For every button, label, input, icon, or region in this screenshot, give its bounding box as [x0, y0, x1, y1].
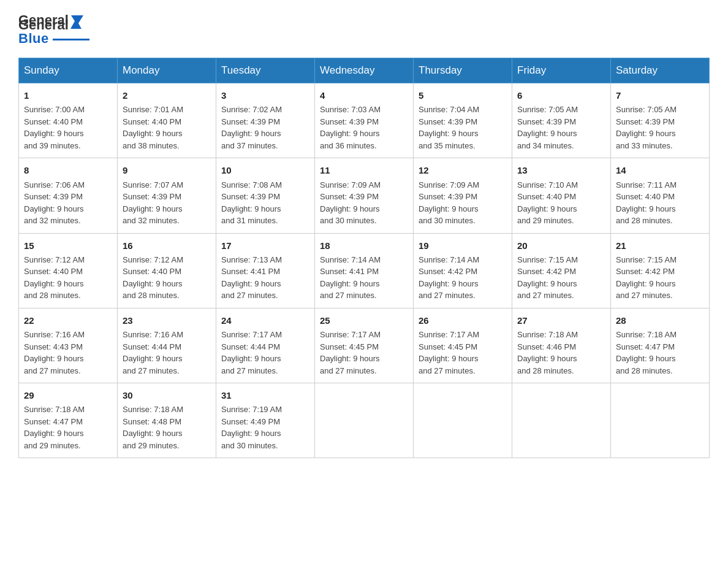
calendar-day-cell: 18Sunrise: 7:14 AMSunset: 4:41 PMDayligh…: [315, 233, 414, 308]
column-header-wednesday: Wednesday: [315, 58, 414, 83]
day-number: 8: [24, 163, 112, 177]
calendar-table: SundayMondayTuesdayWednesdayThursdayFrid…: [18, 58, 710, 458]
day-info: Sunrise: 7:19 AMSunset: 4:49 PMDaylight:…: [221, 404, 309, 451]
calendar-day-cell: 11Sunrise: 7:09 AMSunset: 4:39 PMDayligh…: [315, 158, 414, 233]
calendar-day-cell: [315, 383, 414, 458]
calendar-day-cell: 10Sunrise: 7:08 AMSunset: 4:39 PMDayligh…: [216, 158, 315, 233]
day-info: Sunrise: 7:17 AMSunset: 4:45 PMDaylight:…: [320, 329, 408, 377]
day-info: Sunrise: 7:03 AMSunset: 4:39 PMDaylight:…: [320, 104, 408, 151]
calendar-day-cell: 17Sunrise: 7:13 AMSunset: 4:41 PMDayligh…: [216, 233, 315, 308]
calendar-day-cell: 12Sunrise: 7:09 AMSunset: 4:39 PMDayligh…: [414, 158, 512, 233]
column-header-tuesday: Tuesday: [216, 58, 315, 83]
day-info: Sunrise: 7:10 AMSunset: 4:40 PMDaylight:…: [517, 179, 605, 227]
calendar-day-cell: 24Sunrise: 7:17 AMSunset: 4:44 PMDayligh…: [216, 308, 315, 383]
day-number: 28: [616, 313, 704, 327]
logo-triangle-icon: [70, 19, 82, 31]
day-number: 31: [221, 388, 309, 402]
day-number: 27: [517, 313, 605, 327]
calendar-day-cell: 1Sunrise: 7:00 AMSunset: 4:40 PMDaylight…: [19, 83, 118, 158]
day-info: Sunrise: 7:17 AMSunset: 4:45 PMDaylight:…: [419, 329, 507, 377]
calendar-day-cell: 21Sunrise: 7:15 AMSunset: 4:42 PMDayligh…: [611, 233, 710, 308]
calendar-day-cell: [611, 383, 710, 458]
day-info: Sunrise: 7:06 AMSunset: 4:39 PMDaylight:…: [24, 179, 112, 227]
day-number: 7: [616, 88, 704, 102]
calendar-day-cell: 19Sunrise: 7:14 AMSunset: 4:42 PMDayligh…: [414, 233, 512, 308]
column-header-monday: Monday: [118, 58, 216, 83]
day-number: 3: [221, 88, 309, 102]
day-info: Sunrise: 7:15 AMSunset: 4:42 PMDaylight:…: [517, 254, 605, 302]
day-number: 21: [616, 239, 704, 253]
column-header-friday: Friday: [512, 58, 611, 83]
calendar-day-cell: 25Sunrise: 7:17 AMSunset: 4:45 PMDayligh…: [315, 308, 414, 383]
calendar-day-cell: [414, 383, 512, 458]
calendar-day-cell: 2Sunrise: 7:01 AMSunset: 4:40 PMDaylight…: [118, 83, 216, 158]
day-info: Sunrise: 7:18 AMSunset: 4:48 PMDaylight:…: [123, 404, 211, 451]
column-header-thursday: Thursday: [414, 58, 512, 83]
day-number: 11: [320, 163, 408, 177]
calendar-week-row: 8Sunrise: 7:06 AMSunset: 4:39 PMDaylight…: [19, 158, 710, 233]
day-info: Sunrise: 7:14 AMSunset: 4:41 PMDaylight:…: [320, 254, 408, 302]
day-info: Sunrise: 7:15 AMSunset: 4:42 PMDaylight:…: [616, 254, 704, 302]
day-number: 5: [419, 88, 507, 102]
logo-blue-word: Blue: [18, 31, 49, 47]
day-number: 15: [24, 239, 112, 253]
calendar-day-cell: 3Sunrise: 7:02 AMSunset: 4:39 PMDaylight…: [216, 83, 315, 158]
day-number: 18: [320, 239, 408, 253]
column-header-saturday: Saturday: [611, 58, 710, 83]
day-number: 24: [221, 313, 309, 327]
day-info: Sunrise: 7:16 AMSunset: 4:43 PMDaylight:…: [24, 329, 112, 377]
calendar-day-cell: 26Sunrise: 7:17 AMSunset: 4:45 PMDayligh…: [414, 308, 512, 383]
calendar-day-cell: 28Sunrise: 7:18 AMSunset: 4:47 PMDayligh…: [611, 308, 710, 383]
calendar-day-cell: 14Sunrise: 7:11 AMSunset: 4:40 PMDayligh…: [611, 158, 710, 233]
day-number: 1: [24, 88, 112, 102]
day-info: Sunrise: 7:11 AMSunset: 4:40 PMDaylight:…: [616, 179, 704, 227]
day-info: Sunrise: 7:09 AMSunset: 4:39 PMDaylight:…: [320, 179, 408, 227]
svg-marker-0: [70, 19, 82, 29]
calendar-day-cell: 9Sunrise: 7:07 AMSunset: 4:39 PMDaylight…: [118, 158, 216, 233]
calendar-week-row: 29Sunrise: 7:18 AMSunset: 4:47 PMDayligh…: [19, 383, 710, 458]
calendar-day-cell: 31Sunrise: 7:19 AMSunset: 4:49 PMDayligh…: [216, 383, 315, 458]
calendar-day-cell: 29Sunrise: 7:18 AMSunset: 4:47 PMDayligh…: [19, 383, 118, 458]
day-number: 22: [24, 313, 112, 327]
calendar-header-row: SundayMondayTuesdayWednesdayThursdayFrid…: [19, 58, 710, 83]
calendar-day-cell: 6Sunrise: 7:05 AMSunset: 4:39 PMDaylight…: [512, 83, 611, 158]
day-info: Sunrise: 7:17 AMSunset: 4:44 PMDaylight:…: [221, 329, 309, 377]
calendar-day-cell: 20Sunrise: 7:15 AMSunset: 4:42 PMDayligh…: [512, 233, 611, 308]
day-info: Sunrise: 7:00 AMSunset: 4:40 PMDaylight:…: [24, 104, 112, 151]
calendar-day-cell: 13Sunrise: 7:10 AMSunset: 4:40 PMDayligh…: [512, 158, 611, 233]
day-number: 25: [320, 313, 408, 327]
day-number: 26: [419, 313, 507, 327]
day-info: Sunrise: 7:09 AMSunset: 4:39 PMDaylight:…: [419, 179, 507, 227]
calendar-day-cell: 15Sunrise: 7:12 AMSunset: 4:40 PMDayligh…: [19, 233, 118, 308]
day-info: Sunrise: 7:14 AMSunset: 4:42 PMDaylight:…: [419, 254, 507, 302]
day-info: Sunrise: 7:18 AMSunset: 4:47 PMDaylight:…: [24, 404, 112, 451]
page-header: General General Blue: [18, 12, 710, 47]
logo: General General Blue: [18, 12, 89, 47]
day-number: 29: [24, 388, 112, 402]
day-number: 19: [419, 239, 507, 253]
calendar-day-cell: 23Sunrise: 7:16 AMSunset: 4:44 PMDayligh…: [118, 308, 216, 383]
day-info: Sunrise: 7:07 AMSunset: 4:39 PMDaylight:…: [123, 179, 211, 227]
day-number: 17: [221, 239, 309, 253]
day-number: 9: [123, 163, 211, 177]
day-number: 6: [517, 88, 605, 102]
calendar-day-cell: 16Sunrise: 7:12 AMSunset: 4:40 PMDayligh…: [118, 233, 216, 308]
column-header-sunday: Sunday: [19, 58, 118, 83]
day-number: 2: [123, 88, 211, 102]
day-info: Sunrise: 7:04 AMSunset: 4:39 PMDaylight:…: [419, 104, 507, 151]
calendar-day-cell: 30Sunrise: 7:18 AMSunset: 4:48 PMDayligh…: [118, 383, 216, 458]
day-number: 14: [616, 163, 704, 177]
day-number: 12: [419, 163, 507, 177]
logo-underline: [53, 39, 89, 40]
day-number: 20: [517, 239, 605, 253]
day-number: 4: [320, 88, 408, 102]
day-info: Sunrise: 7:12 AMSunset: 4:40 PMDaylight:…: [24, 254, 112, 302]
day-info: Sunrise: 7:01 AMSunset: 4:40 PMDaylight:…: [123, 104, 211, 151]
day-info: Sunrise: 7:02 AMSunset: 4:39 PMDaylight:…: [221, 104, 309, 151]
day-number: 13: [517, 163, 605, 177]
calendar-day-cell: 7Sunrise: 7:05 AMSunset: 4:39 PMDaylight…: [611, 83, 710, 158]
day-number: 10: [221, 163, 309, 177]
day-info: Sunrise: 7:16 AMSunset: 4:44 PMDaylight:…: [123, 329, 211, 377]
day-info: Sunrise: 7:12 AMSunset: 4:40 PMDaylight:…: [123, 254, 211, 302]
day-info: Sunrise: 7:05 AMSunset: 4:39 PMDaylight:…: [517, 104, 605, 151]
